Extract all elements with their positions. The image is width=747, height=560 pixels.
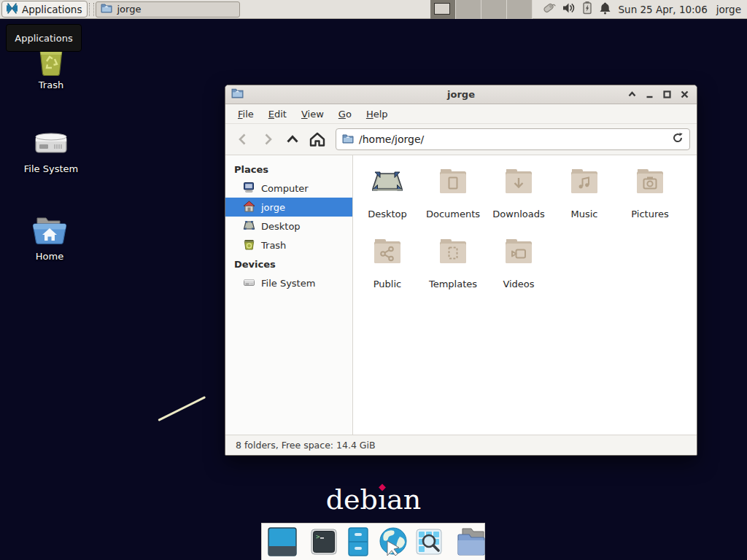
close-button[interactable] — [678, 88, 691, 101]
sidebar: Places Computer — [225, 155, 353, 435]
debian-wallpaper-logo: debıan — [0, 483, 747, 516]
directory-menu-button[interactable] — [455, 527, 487, 556]
file-cabinet-icon — [344, 526, 372, 557]
folder-icon — [101, 3, 112, 15]
folder-item-label: Desktop — [368, 209, 407, 219]
template-folder-icon — [436, 234, 471, 272]
camera-folder-icon — [632, 164, 667, 202]
menu-file[interactable]: File — [231, 106, 260, 122]
panel-handle[interactable] — [89, 3, 94, 16]
sidebar-item-label: Trash — [261, 240, 286, 251]
file-manager-window: jorge File Edit View Go Help — [225, 85, 697, 456]
desktop-icon-label: File System — [7, 163, 95, 174]
desktop-icon-label: Trash — [7, 79, 95, 90]
sidebar-item-file-system[interactable]: File System — [225, 273, 352, 292]
desktop-icon — [243, 219, 255, 233]
web-browser-globe-icon — [378, 526, 409, 557]
taskbar-window-label: jorge — [117, 4, 141, 15]
web-browser-launcher[interactable] — [378, 526, 409, 557]
folder-item-label: Music — [571, 209, 598, 219]
desktop-icon-label: Home — [6, 251, 93, 262]
folder-item-desktop[interactable]: Desktop — [355, 164, 420, 234]
folder-view[interactable]: Desktop Documents Downloads Music Pictur… — [353, 155, 697, 435]
desktop-folder-icon — [370, 164, 405, 202]
folder-item-documents[interactable]: Documents — [420, 164, 486, 234]
panel-clock[interactable]: Sun 25 Apr, 10:06 — [619, 4, 708, 15]
folder-item-label: Documents — [426, 209, 480, 219]
workspace-switcher[interactable] — [430, 0, 533, 19]
reload-icon[interactable] — [672, 132, 684, 147]
path-text[interactable]: /home/jorge/ — [359, 133, 667, 145]
workspace-3[interactable] — [481, 0, 507, 19]
menu-view[interactable]: View — [295, 106, 330, 122]
applications-tooltip-text: Applications — [15, 33, 72, 44]
menu-go[interactable]: Go — [332, 106, 358, 122]
debian-logo-diamond — [379, 484, 386, 491]
home-button[interactable] — [306, 128, 328, 150]
sidebar-item-label: jorge — [261, 202, 285, 213]
folder-item-downloads[interactable]: Downloads — [486, 164, 551, 234]
taskbar-window-button[interactable]: jorge — [96, 1, 240, 18]
sidebar-item-desktop[interactable]: Desktop — [225, 217, 352, 236]
bottom-dock: > — [261, 523, 485, 560]
directory-folder-icon — [455, 527, 487, 556]
folder-item-videos[interactable]: Videos — [486, 234, 551, 304]
menubar: File Edit View Go Help — [225, 104, 697, 124]
sidebar-item-label: Computer — [261, 183, 309, 194]
sidebar-item-jorge[interactable]: jorge — [225, 198, 352, 217]
folder-item-music[interactable]: Music — [551, 164, 617, 234]
show-desktop-button[interactable] — [267, 527, 298, 556]
applications-menu-button[interactable]: Applications — [1, 1, 88, 18]
workspace-2[interactable] — [456, 0, 481, 19]
svg-text:>: > — [316, 533, 320, 540]
applications-menu-label: Applications — [22, 4, 82, 15]
app-finder-launcher[interactable] — [414, 527, 444, 556]
folder-item-label: Videos — [503, 279, 534, 289]
share-folder-icon — [370, 234, 405, 272]
statusbar-text: 8 folders, Free space: 14.4 GiB — [236, 440, 376, 451]
notifications-bell-icon[interactable] — [599, 1, 611, 18]
input-device-icon[interactable] — [541, 1, 556, 18]
up-button[interactable] — [282, 128, 303, 150]
sidebar-item-trash[interactable]: Trash — [225, 236, 352, 254]
video-folder-icon — [501, 234, 536, 272]
back-button[interactable] — [232, 128, 254, 150]
titlebar[interactable]: jorge — [225, 85, 697, 104]
sidebar-item-computer[interactable]: Computer — [225, 179, 352, 198]
sidebar-header-places: Places — [225, 160, 352, 179]
path-folder-icon — [342, 133, 354, 147]
panel-user-menu[interactable]: jorge — [716, 4, 741, 15]
toolbar: /home/jorge/ — [225, 124, 697, 155]
music-folder-icon — [567, 164, 602, 202]
desktop-icon-home[interactable]: Home — [6, 214, 93, 262]
hard-drive-icon — [33, 126, 69, 160]
system-tray — [541, 1, 611, 18]
path-entry[interactable]: /home/jorge/ — [336, 128, 690, 150]
volume-icon[interactable] — [562, 1, 576, 18]
file-manager-launcher[interactable] — [344, 526, 372, 557]
terminal-icon: > — [309, 527, 338, 556]
maximize-button[interactable] — [661, 88, 673, 101]
workspace-4[interactable] — [507, 0, 533, 19]
drive-icon — [243, 276, 255, 290]
desktop-icon-file-system[interactable]: File System — [7, 126, 95, 174]
top-panel: Applications jorge — [0, 0, 747, 19]
menu-edit[interactable]: Edit — [262, 106, 293, 122]
folder-item-label: Pictures — [631, 209, 668, 219]
battery-charging-icon[interactable] — [581, 1, 593, 18]
show-desktop-icon — [267, 527, 298, 556]
home-icon — [243, 201, 255, 214]
forward-button[interactable] — [257, 128, 279, 150]
statusbar: 8 folders, Free space: 14.4 GiB — [225, 435, 697, 455]
minimize-button[interactable] — [643, 88, 656, 101]
folder-item-public[interactable]: Public — [355, 234, 420, 304]
shade-button[interactable] — [626, 88, 638, 101]
workspace-window-thumbnail — [434, 3, 450, 15]
folder-item-templates[interactable]: Templates — [420, 234, 486, 304]
menu-help[interactable]: Help — [360, 106, 395, 122]
terminal-launcher[interactable]: > — [309, 527, 338, 556]
trash-icon — [243, 238, 255, 252]
workspace-1[interactable] — [430, 0, 456, 19]
home-folder-icon — [31, 214, 68, 247]
folder-item-pictures[interactable]: Pictures — [617, 164, 683, 234]
